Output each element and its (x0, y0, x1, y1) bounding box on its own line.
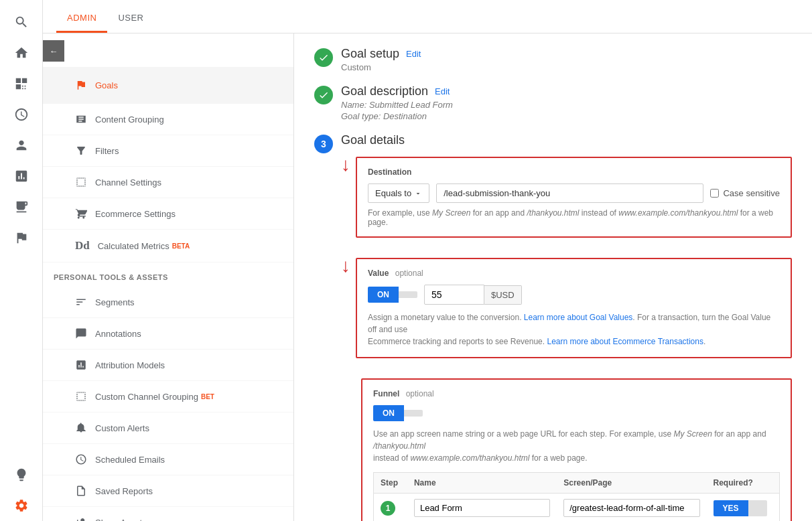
step2-name-label: Name: (341, 100, 366, 110)
sidebar-item-saved-reports[interactable]: Saved Reports (43, 475, 293, 507)
home-icon-btn[interactable] (0, 38, 42, 68)
sidebar-item-attribution-models[interactable]: Attribution Models (43, 350, 293, 381)
funnel-row-1: 1 (374, 494, 780, 522)
sidebar-item-annotations-label: Annotations (95, 329, 141, 339)
sidebar-item-filters-label: Filters (95, 146, 119, 156)
value-amount-input[interactable] (424, 285, 484, 305)
sidebar-item-content-grouping[interactable]: Content Grouping (43, 104, 293, 135)
sidebar-item-scheduled-emails-label: Scheduled Emails (95, 455, 165, 465)
person-icon-btn[interactable] (0, 130, 42, 161)
step3-title-row: Goal details (341, 133, 792, 147)
funnel-optional: optional (406, 389, 434, 398)
sidebar-item-share-assets-label: Share Assets (95, 518, 147, 522)
main-content: Goal setup Edit Custom Goal description … (294, 33, 812, 521)
clock-icon-btn[interactable] (0, 99, 42, 130)
value-toggle-on[interactable]: ON (368, 287, 399, 303)
value-hint: Assign a monetary value to the conversio… (368, 311, 780, 348)
funnel-table: Step Name Screen/Page Required? (373, 472, 780, 521)
calculated-metrics-badge: BETA (172, 242, 190, 250)
funnel-col-name: Name (407, 473, 557, 494)
sidebar-item-calculated-metrics[interactable]: Dd Calculated Metrics BETA (43, 230, 293, 263)
value-title: Value optional (368, 269, 780, 278)
step2-title: Goal description (341, 84, 428, 98)
sidebar-section-label: PERSONAL TOOLS & ASSETS (43, 263, 293, 287)
funnel-toggle-on[interactable]: ON (373, 405, 404, 421)
sidebar-item-goals-label: Goals (95, 80, 118, 90)
step2-edit-link[interactable]: Edit (435, 86, 450, 96)
funnel-section: Funnel optional ON Use an app screen nam… (361, 378, 792, 521)
value-toggle: ON $USD (368, 285, 780, 305)
sidebar-item-scheduled-emails[interactable]: Scheduled Emails (43, 444, 293, 475)
step2-icon (314, 86, 333, 104)
funnel-toggle-off[interactable] (404, 410, 423, 417)
required-yes-toggle[interactable]: YES (714, 500, 748, 516)
goal-values-link[interactable]: Learn more about Goal Values (524, 313, 633, 322)
sidebar-item-custom-channel-label: Custom Channel Grouping (95, 392, 198, 402)
step1-subtitle: Custom (341, 62, 421, 72)
funnel-hint: Use an app screen name string or a web p… (373, 428, 780, 464)
step2-title-row: Goal description Edit (341, 84, 453, 98)
step3-icon: 3 (314, 135, 333, 153)
sidebar-item-custom-channel-grouping[interactable]: Custom Channel Grouping BET (43, 381, 293, 413)
dashboard-icon-btn[interactable] (0, 68, 42, 99)
funnel-step-circle: 1 (381, 501, 395, 516)
content-area: ← Goals Content Grouping Filters Channel… (43, 33, 812, 521)
match-type-dropdown[interactable]: Equals to (368, 183, 429, 203)
sidebar-item-segments-label: Segments (95, 297, 135, 307)
sidebar: ← Goals Content Grouping Filters Channel… (43, 33, 294, 521)
case-sensitive-checkbox[interactable] (710, 189, 719, 198)
required-no-toggle[interactable] (748, 500, 767, 516)
funnel-step-page-input[interactable] (563, 499, 699, 517)
destination-hint: For example, use My Screen for an app an… (368, 208, 780, 227)
value-section: Value optional ON $USD (356, 258, 792, 358)
destination-row: Equals to Case sensitive (368, 183, 780, 203)
step3-title: Goal details (341, 133, 405, 147)
sidebar-item-annotations[interactable]: Annotations (43, 318, 293, 350)
icon-bar (0, 0, 43, 521)
goal-step-1: Goal setup Edit Custom (314, 47, 792, 72)
funnel-title: Funnel optional (373, 389, 780, 398)
step2-type: Goal type: Destination (341, 111, 453, 121)
funnel-col-page: Screen/Page (557, 473, 706, 494)
funnel-step-name-input[interactable] (414, 499, 550, 517)
funnel-toggle: ON (373, 405, 780, 421)
search-icon-btn[interactable] (0, 7, 42, 38)
sidebar-item-content-grouping-label: Content Grouping (95, 115, 164, 125)
flag-icon-btn[interactable] (0, 222, 42, 253)
case-sensitive-label: Case sensitive (723, 188, 780, 198)
bulb-icon-btn[interactable] (0, 459, 42, 490)
tab-admin[interactable]: ADMIN (56, 13, 107, 33)
sidebar-item-channel-settings-label: Channel Settings (95, 177, 161, 188)
value-optional: optional (395, 269, 423, 278)
sidebar-item-custom-alerts-label: Custom Alerts (95, 423, 149, 433)
funnel-step-num: 1 (374, 494, 407, 522)
tab-user[interactable]: USER (107, 13, 154, 33)
value-toggle-off[interactable] (399, 291, 417, 298)
destination-input[interactable] (436, 183, 703, 203)
sidebar-item-channel-settings[interactable]: Channel Settings (43, 167, 293, 198)
step2-name: Name: Submitted Lead Form (341, 100, 453, 110)
sidebar-item-calculated-metrics-label: Calculated Metrics (98, 241, 170, 251)
analytics-icon-btn[interactable] (0, 161, 42, 192)
match-type-label: Equals to (375, 188, 411, 198)
value-currency: $USD (484, 285, 522, 305)
goal-step-2: Goal description Edit Name: Submitted Le… (314, 84, 792, 121)
step1-icon (314, 48, 333, 67)
step2-name-value: Submitted Lead Form (369, 100, 453, 110)
step1-title-row: Goal setup Edit (341, 47, 421, 61)
sidebar-item-segments[interactable]: Segments (43, 287, 293, 318)
destination-section: Destination Equals to Case sensitive (356, 157, 792, 238)
custom-channel-badge: BET (201, 393, 214, 400)
sidebar-back-button[interactable]: ← (43, 40, 64, 62)
sidebar-item-filters[interactable]: Filters (43, 135, 293, 167)
sidebar-item-share-assets[interactable]: Share Assets (43, 507, 293, 521)
ecommerce-transactions-link[interactable]: Learn more about Ecommerce Transactions (547, 337, 703, 346)
funnel-col-required: Required? (707, 473, 780, 494)
settings-icon-btn[interactable] (0, 490, 42, 521)
sidebar-item-goals[interactable]: Goals (43, 67, 293, 104)
step1-edit-link[interactable]: Edit (406, 49, 421, 59)
goal-step-3: 3 Goal details ↓ Destination Equals to (314, 133, 792, 521)
sidebar-item-custom-alerts[interactable]: Custom Alerts (43, 413, 293, 444)
reports-icon-btn[interactable] (0, 192, 42, 222)
sidebar-item-ecommerce-settings[interactable]: Ecommerce Settings (43, 198, 293, 230)
